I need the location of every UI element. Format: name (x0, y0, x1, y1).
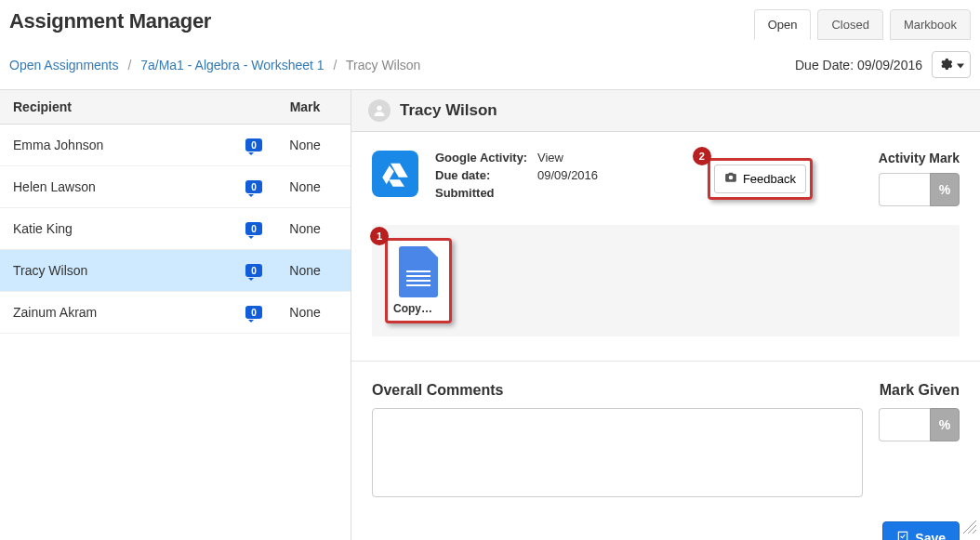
recipient-mark: None (272, 263, 338, 278)
callout-highlight: Feedback (708, 158, 813, 200)
recipient-row[interactable]: Katie King 0 None (0, 208, 351, 250)
resize-handle-icon (963, 520, 976, 536)
recipient-mark: None (272, 305, 338, 320)
recipient-row[interactable]: Helen Lawson 0 None (0, 166, 351, 208)
comment-bubble-icon[interactable]: 0 (245, 264, 262, 277)
comment-bubble-icon[interactable]: 0 (245, 180, 262, 193)
recipient-row[interactable]: Tracy Wilson 0 None (0, 250, 351, 292)
caret-down-icon (957, 59, 964, 72)
tab-group: Open Closed Markbook (754, 9, 971, 40)
mark-given-input[interactable] (879, 408, 930, 441)
callout-highlight: Copy… (385, 238, 452, 323)
page-title: Assignment Manager (9, 9, 211, 33)
recipient-mark: None (272, 221, 338, 236)
activity-mark-input[interactable] (879, 173, 930, 206)
recipient-row[interactable]: Zainum Akram 0 None (0, 292, 351, 334)
breadcrumb-open[interactable]: Open Assignments (9, 58, 119, 72)
recipient-row[interactable]: Emma Johnson 0 None (0, 125, 351, 166)
feedback-button[interactable]: Feedback (714, 165, 806, 193)
document-thumbnail[interactable]: Copy… (393, 246, 444, 315)
col-mark: Mark (272, 99, 338, 114)
recipient-name: Helen Lawson (13, 179, 235, 194)
gear-icon (938, 57, 953, 74)
svg-point-0 (377, 106, 381, 111)
check-icon (896, 530, 909, 540)
percent-suffix: % (930, 408, 960, 441)
document-label: Copy… (393, 302, 444, 315)
breadcrumb: Open Assignments / 7a/Ma1 - Algebra - Wo… (9, 58, 420, 72)
settings-button[interactable] (932, 51, 971, 78)
view-link[interactable]: View (537, 151, 563, 165)
save-button[interactable]: Save (882, 521, 960, 540)
callout-badge-2: 2 (693, 147, 711, 165)
google-doc-icon (399, 246, 438, 297)
breadcrumb-current: Tracy Wilson (346, 58, 420, 72)
camera-icon (724, 171, 737, 187)
activity-mark-label: Activity Mark (848, 151, 960, 165)
percent-suffix: % (930, 173, 960, 206)
overall-comments-input[interactable] (372, 408, 863, 497)
mark-given-label: Mark Given (880, 382, 960, 399)
tab-markbook[interactable]: Markbook (890, 9, 971, 40)
google-drive-icon (372, 151, 418, 197)
recipient-name: Zainum Akram (13, 305, 235, 320)
comment-bubble-icon[interactable]: 0 (245, 222, 262, 235)
overall-comments-label: Overall Comments (372, 382, 503, 399)
recipient-name: Emma Johnson (13, 138, 235, 152)
tab-closed[interactable]: Closed (817, 9, 882, 40)
avatar (368, 99, 391, 122)
breadcrumb-assignment[interactable]: 7a/Ma1 - Algebra - Worksheet 1 (140, 58, 324, 72)
callout-badge-1: 1 (370, 227, 389, 245)
recipients-sidebar: Recipient Mark Emma Johnson 0 None Helen… (0, 90, 351, 540)
tab-open[interactable]: Open (754, 9, 812, 40)
recipient-mark: None (272, 179, 338, 194)
recipient-mark: None (272, 138, 338, 152)
recipient-name: Tracy Wilson (13, 263, 235, 278)
col-recipient: Recipient (13, 99, 272, 114)
comment-bubble-icon[interactable]: 0 (245, 306, 262, 319)
activity-details: Google Activity: View Due date: 09/09/20… (435, 151, 649, 204)
student-name: Tracy Wilson (400, 101, 497, 120)
recipient-name: Katie King (13, 221, 235, 236)
due-date: Due Date: 09/09/2016 (795, 58, 922, 72)
comment-bubble-icon[interactable]: 0 (245, 138, 262, 151)
